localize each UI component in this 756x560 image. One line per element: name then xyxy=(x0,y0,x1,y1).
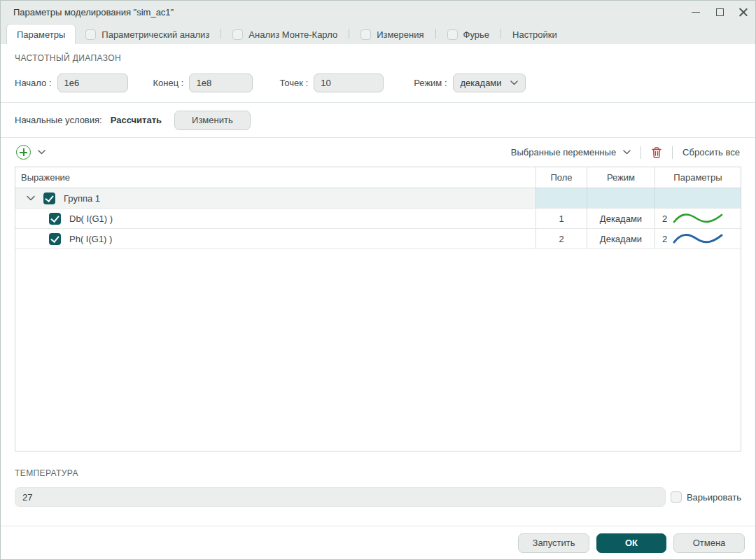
table-row[interactable]: Db( I(G1) ) 1 Декадами 2 xyxy=(15,209,741,229)
minimize-icon xyxy=(692,12,700,13)
waveform-preview-icon xyxy=(673,232,723,246)
delete-variable-button[interactable] xyxy=(651,146,662,159)
params-cell[interactable]: 2 xyxy=(654,229,741,248)
group-mode-cell xyxy=(587,188,654,208)
cancel-button[interactable]: Отмена xyxy=(673,533,745,553)
frequency-range-section: ЧАСТОТНЫЙ ДИАПАЗОН Начало : Конец : Точе… xyxy=(1,44,755,102)
table-empty-area xyxy=(15,249,741,451)
expression-cell: Ph( I(G1) ) xyxy=(15,229,536,248)
toolbar-divider xyxy=(640,146,641,159)
simulation-parameters-dialog: Параметры моделирования "sim_ac1" Параме… xyxy=(0,0,756,560)
tab-checkbox[interactable] xyxy=(85,29,96,40)
points-label: Точек : xyxy=(279,78,308,88)
temperature-section-title: ТЕМПЕРАТУРА xyxy=(15,468,741,478)
selected-variables-dropdown[interactable]: Выбранные переменные xyxy=(511,147,631,158)
points-input[interactable] xyxy=(314,74,384,92)
plus-icon xyxy=(20,148,27,156)
tab-checkbox[interactable] xyxy=(447,29,458,40)
reset-all-button[interactable]: Сбросить все xyxy=(682,147,740,158)
expression-cell: Db( I(G1) ) xyxy=(15,209,536,228)
title-bar: Параметры моделирования "sim_ac1" xyxy=(1,1,755,23)
mode-cell: Декадами xyxy=(587,209,654,228)
line-thickness: 2 xyxy=(662,214,667,224)
maximize-button[interactable] xyxy=(708,1,732,23)
mode-select[interactable]: декадами xyxy=(453,74,526,92)
row-checkbox[interactable] xyxy=(49,213,61,225)
tab-label: Фурье xyxy=(463,29,489,40)
line-thickness: 2 xyxy=(662,234,667,244)
tab-parametric-analysis[interactable]: Параметрический анализ xyxy=(76,24,219,44)
tab-label: Настройки xyxy=(512,29,557,40)
start-input[interactable] xyxy=(57,74,128,92)
field-cell: 2 xyxy=(536,229,587,248)
trash-icon xyxy=(651,146,662,159)
toolbar-right: Выбранные переменные xyxy=(511,146,740,159)
tab-checkbox[interactable] xyxy=(360,29,371,40)
mode-cell: Декадами xyxy=(587,229,654,248)
tab-divider xyxy=(500,29,501,38)
expression-label: Db( I(G1) ) xyxy=(69,214,113,224)
collapse-group-chevron-icon[interactable] xyxy=(27,195,35,201)
dialog-content: ЧАСТОТНЫЙ ДИАПАЗОН Начало : Конец : Точе… xyxy=(1,44,755,526)
frequency-section-title: ЧАСТОТНЫЙ ДИАПАЗОН xyxy=(15,53,741,63)
tab-divider xyxy=(220,29,221,38)
tab-measurements[interactable]: Измерения xyxy=(351,24,433,44)
close-icon xyxy=(739,8,748,16)
field-cell: 1 xyxy=(536,209,587,228)
vary-label: Варьировать xyxy=(687,492,741,503)
header-parameters: Параметры xyxy=(654,167,741,188)
tab-parameters[interactable]: Параметры xyxy=(6,24,76,44)
window-title: Параметры моделирования "sim_ac1" xyxy=(13,7,174,18)
run-button[interactable]: Запустить xyxy=(518,533,589,553)
temperature-input[interactable] xyxy=(15,487,666,507)
minimize-button[interactable] xyxy=(684,1,708,23)
initial-conditions-row: Начальные условия: Рассчитать Изменить xyxy=(1,103,755,137)
tab-fourier[interactable]: Фурье xyxy=(438,24,499,44)
tab-label: Параметрический анализ xyxy=(102,29,209,40)
chevron-down-icon xyxy=(510,80,518,85)
tab-divider xyxy=(349,29,349,38)
temperature-section: ТЕМПЕРАТУРА Варьировать xyxy=(1,451,755,507)
add-menu-chevron-icon[interactable] xyxy=(38,150,46,155)
tab-monte-carlo[interactable]: Анализ Монте-Карло xyxy=(223,24,347,44)
edit-initial-conditions-button[interactable]: Изменить xyxy=(174,111,251,130)
group-field-cell xyxy=(536,188,587,208)
tab-label: Анализ Монте-Карло xyxy=(248,29,337,40)
group-params-cell xyxy=(654,188,741,208)
initial-conditions-label: Начальные условия: xyxy=(15,115,102,125)
frequency-fields-row: Начало : Конец : Точек : Режим : декадам… xyxy=(15,74,741,92)
close-button[interactable] xyxy=(732,1,755,23)
table-row[interactable]: Ph( I(G1) ) 2 Декадами 2 xyxy=(15,229,741,249)
tab-label: Измерения xyxy=(377,29,424,40)
group-checkbox[interactable] xyxy=(43,192,55,204)
ok-button[interactable]: ОК xyxy=(596,533,666,553)
group-label: Группа 1 xyxy=(64,193,100,204)
header-field: Поле xyxy=(536,167,587,188)
params-cell[interactable]: 2 xyxy=(654,209,741,228)
tab-strip: Параметры Параметрический анализ Анализ … xyxy=(1,23,755,44)
header-expression: Выражение xyxy=(15,167,536,188)
vary-checkbox[interactable] xyxy=(671,491,682,503)
group-expression-cell: Группа 1 xyxy=(15,188,536,208)
expression-label: Ph( I(G1) ) xyxy=(69,234,112,244)
table-group-row[interactable]: Группа 1 xyxy=(15,188,741,209)
add-variable-button[interactable] xyxy=(16,145,31,160)
row-checkbox[interactable] xyxy=(49,233,61,245)
variables-toolbar: Выбранные переменные xyxy=(1,138,755,167)
waveform-preview-icon xyxy=(673,211,723,225)
tab-label: Параметры xyxy=(17,29,65,40)
tab-settings[interactable]: Настройки xyxy=(503,24,567,44)
mode-label: Режим : xyxy=(414,78,447,88)
header-mode: Режим xyxy=(587,167,654,188)
footer: Запустить ОК Отмена xyxy=(1,526,755,559)
window-controls xyxy=(684,1,755,23)
selected-variables-label: Выбранные переменные xyxy=(511,147,616,158)
chevron-down-icon xyxy=(623,150,631,155)
temperature-row: Варьировать xyxy=(15,487,741,507)
start-label: Начало : xyxy=(15,78,52,88)
tab-checkbox[interactable] xyxy=(232,29,243,40)
table-header-row: Выражение Поле Режим Параметры xyxy=(15,167,741,188)
end-input[interactable] xyxy=(189,74,253,92)
initial-conditions-mode: Рассчитать xyxy=(111,115,162,125)
variables-table: Выражение Поле Режим Параметры Группа 1 xyxy=(15,167,741,451)
